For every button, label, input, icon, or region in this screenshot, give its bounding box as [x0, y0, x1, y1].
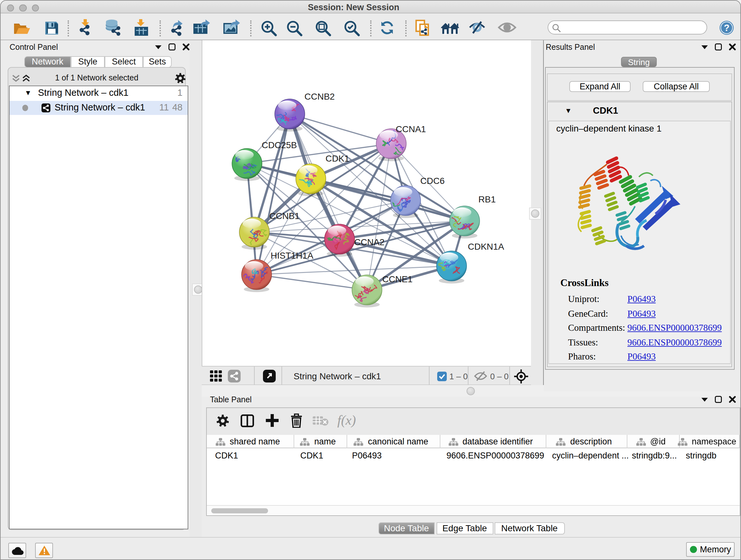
svg-text:CDC6: CDC6: [420, 176, 445, 186]
svg-text:HIST1H1A: HIST1H1A: [271, 251, 313, 260]
svg-text:CDC25B: CDC25B: [262, 140, 297, 150]
svg-text:CCNB1: CCNB1: [269, 211, 300, 221]
svg-text:CCNA2: CCNA2: [354, 237, 385, 247]
svg-text:CDKN1A: CDKN1A: [468, 242, 504, 252]
svg-text:CCNB2: CCNB2: [305, 91, 335, 102]
svg-text:CCNA1: CCNA1: [396, 124, 426, 134]
svg-text:RB1: RB1: [478, 194, 495, 204]
svg-text:CDK1: CDK1: [326, 153, 349, 164]
svg-text:CCNE1: CCNE1: [382, 274, 413, 284]
svg-text:?: ?: [724, 23, 730, 33]
